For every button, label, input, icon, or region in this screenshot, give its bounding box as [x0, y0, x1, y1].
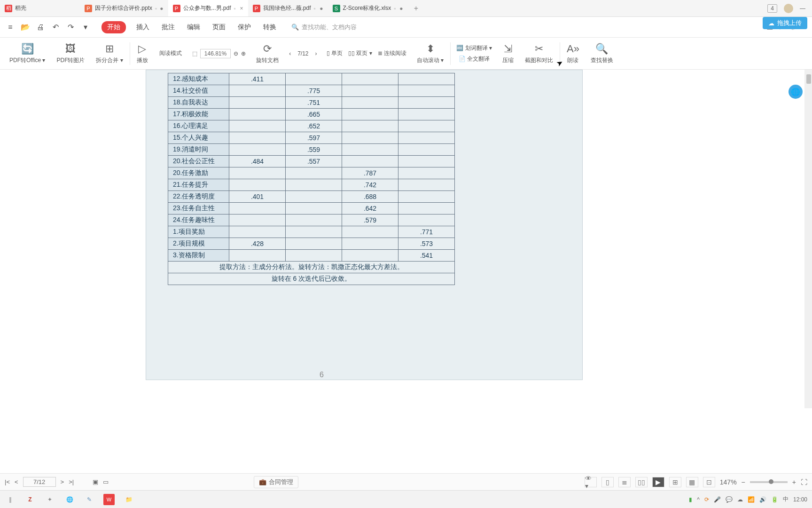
next-page-icon[interactable]: › — [315, 50, 317, 57]
explorer-icon[interactable]: 📁 — [123, 494, 134, 505]
tab-ppt[interactable]: P 因子分析综合评价.pptx ▫ ● — [80, 0, 168, 16]
view-continuous-icon[interactable]: ≣ — [618, 477, 631, 487]
search-box[interactable]: 🔍 查找功能、文档内容 — [291, 23, 357, 32]
tab-close-icon[interactable]: ● — [399, 5, 403, 12]
tab-window-icon[interactable]: ▫ — [314, 5, 316, 12]
menu-edit[interactable]: 编辑 — [185, 21, 202, 33]
zoom-out-icon[interactable]: ⊖ — [234, 50, 238, 57]
tab-window-icon[interactable]: ▫ — [234, 5, 236, 12]
tray-cloud-icon[interactable]: ☁ — [737, 496, 743, 503]
auto-scroll[interactable]: ⬍ 自动滚动 ▾ — [412, 38, 448, 69]
menu-start[interactable]: 开始 — [102, 21, 126, 33]
menu-protect[interactable]: 保护 — [236, 21, 253, 33]
double-page[interactable]: ▯▯ 双页 ▾ — [348, 49, 372, 57]
floating-action-button[interactable]: 🌐 — [789, 85, 803, 99]
menu-convert[interactable]: 转换 — [261, 21, 278, 33]
play-button[interactable]: ▷ 播放 — [132, 38, 153, 69]
tab-close-icon[interactable]: × — [240, 5, 243, 12]
clock[interactable]: 12:00 — [793, 496, 807, 503]
redo-icon[interactable]: ↷ — [65, 22, 76, 33]
prev-page-icon[interactable]: ‹ — [289, 50, 291, 57]
page-input[interactable]: 7/12 — [23, 477, 56, 487]
open-icon[interactable]: 📂 — [20, 22, 31, 33]
taskbar-handle-icon[interactable]: ‖ — [5, 494, 16, 505]
read-aloud[interactable]: A» 朗读 — [562, 38, 584, 69]
tab-pdf-2[interactable]: P 我国绿色经...薇.pdf ▫ ● — [248, 0, 328, 16]
tray-wechat-icon[interactable]: 💬 — [726, 496, 733, 503]
upload-hint[interactable]: ☁ 拖拽上传 — [763, 17, 807, 29]
fit-page-icon[interactable]: ▣ — [93, 478, 98, 485]
tab-daoke[interactable]: 稻 稻壳 — [0, 0, 80, 16]
zoom-in-button[interactable]: + — [792, 478, 796, 486]
split-merge[interactable]: ⊞ 拆分合并 ▾ — [91, 38, 127, 69]
first-page-button[interactable]: |< — [5, 478, 10, 485]
eye-icon[interactable]: 👁 ▾ — [585, 477, 597, 487]
compress[interactable]: ⇲ 压缩 — [498, 38, 518, 69]
avatar-icon[interactable] — [784, 4, 793, 13]
zoom-in-icon[interactable]: ⊕ — [241, 50, 246, 57]
tab-window-icon[interactable]: ▫ — [394, 5, 396, 12]
tray-battery-icon[interactable]: 🔋 — [771, 496, 778, 503]
minimize-button[interactable]: — — [800, 5, 805, 12]
word-translate[interactable]: 🔤 划词翻译 ▾ — [456, 44, 492, 52]
view-grid-icon[interactable]: ▦ — [686, 477, 698, 487]
continuous[interactable]: ≣ 连续阅读 — [378, 49, 406, 57]
print-icon[interactable]: 🖨 — [35, 22, 46, 33]
tray-mic-icon[interactable]: 🎤 — [714, 496, 721, 503]
undo-icon[interactable]: ↶ — [50, 22, 61, 33]
last-page-button[interactable]: >| — [69, 478, 74, 485]
next-page-button[interactable]: > — [61, 478, 64, 485]
view-play-icon[interactable]: ▶ — [652, 477, 664, 487]
tray-sync-icon[interactable]: ⟳ — [704, 496, 709, 503]
tab-close-icon[interactable]: ● — [320, 5, 323, 12]
chrome-icon[interactable]: 🌐 — [64, 494, 75, 505]
view-double-icon[interactable]: ▯▯ — [635, 477, 648, 487]
tab-add-button[interactable]: + — [408, 4, 425, 13]
pdf-to-office[interactable]: 🔄 PDF转Office ▾ — [5, 38, 50, 69]
tab-window-icon[interactable]: ▫ — [155, 5, 157, 12]
tray-icon[interactable]: ▮ — [689, 496, 692, 503]
scrollbar[interactable] — [804, 70, 812, 408]
full-translate[interactable]: 📄 全文翻译 — [459, 55, 490, 63]
read-mode[interactable]: 阅读模式 — [155, 38, 187, 69]
fullscreen-button[interactable]: ⛶ — [801, 478, 807, 486]
tray-volume-icon[interactable]: 🔊 — [759, 496, 766, 503]
zoom-value[interactable]: 146.81% — [200, 49, 231, 58]
feather-icon[interactable]: ✎ — [84, 494, 95, 505]
window-count-badge[interactable]: 4 — [767, 4, 777, 13]
view-single-icon[interactable]: ▯ — [601, 477, 614, 487]
tray-wifi-icon[interactable]: 📶 — [748, 496, 755, 503]
row-label: 17.积极效能 — [168, 109, 229, 120]
pdf-to-image[interactable]: 🖼 PDF转图片 — [52, 38, 89, 69]
pdf-page[interactable]: 12.感知成本.41114.社交价值.77518.自我表达.75117.积极效能… — [146, 70, 583, 380]
zoom-out-button[interactable]: − — [742, 478, 745, 486]
rotate-icon: ⟳ — [263, 43, 272, 55]
scroll-thumb[interactable] — [806, 74, 811, 84]
tab-xlsx[interactable]: S Z-Score标准化.xlsx ▫ ● — [328, 0, 408, 16]
translate-group: 🔤 划词翻译 ▾ 📄 全文翻译 — [453, 44, 496, 63]
fit-width-icon[interactable]: ▭ — [103, 478, 109, 485]
single-page[interactable]: ▯ 单页 — [327, 49, 343, 57]
find-replace[interactable]: 🔍 查找替换 — [586, 38, 618, 69]
tab-close-icon[interactable]: ● — [160, 5, 163, 12]
menu-page[interactable]: 页面 — [211, 21, 227, 33]
menu-annotate[interactable]: 批注 — [160, 21, 177, 33]
taskbar-app-1[interactable]: Z — [24, 494, 36, 505]
fit-width-icon[interactable]: ⬚ — [192, 50, 197, 57]
ribbon: 🔄 PDF转Office ▾ 🖼 PDF转图片 ⊞ 拆分合并 ▾ ▷ 播放 阅读… — [0, 38, 812, 70]
ime-indicator[interactable]: 中 — [783, 495, 789, 503]
menu-insert[interactable]: 插入 — [134, 21, 151, 33]
tab-pdf-active[interactable]: P 公众参与数...男.pdf ▫ × — [168, 0, 248, 16]
contract-manage-button[interactable]: 💼 合同管理 — [254, 476, 298, 488]
crop-compare[interactable]: ✂ 截图和对比 — [520, 38, 558, 69]
zoom-slider[interactable] — [750, 481, 788, 483]
prev-page-button[interactable]: < — [15, 478, 18, 485]
wps-icon[interactable]: W — [103, 494, 115, 505]
view-more-icon[interactable]: ⊡ — [703, 477, 715, 487]
rotate-doc[interactable]: ⟳ 旋转文档 — [251, 38, 283, 69]
tray-expand-icon[interactable]: ^ — [697, 496, 700, 503]
view-thumb-icon[interactable]: ⊞ — [669, 477, 681, 487]
taskbar-app-2[interactable]: ✦ — [44, 494, 55, 505]
menu-icon[interactable]: ≡ — [5, 22, 16, 33]
dropdown-icon[interactable]: ▾ — [80, 22, 91, 33]
